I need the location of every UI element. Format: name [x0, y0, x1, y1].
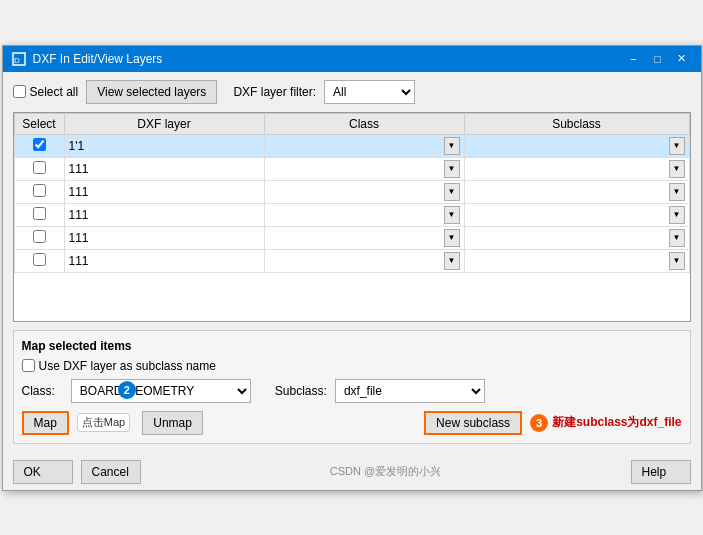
table-row: 111 ▼ ▼	[14, 157, 689, 180]
row-class-cell: ▼	[264, 226, 464, 249]
row-checkbox[interactable]	[33, 230, 46, 243]
toolbar: Select all View selected layers DXF laye…	[13, 80, 691, 104]
row-checkbox[interactable]	[33, 253, 46, 266]
row-subclass-cell: ▼	[464, 249, 689, 272]
subclass-dropdown-arrow[interactable]: ▼	[669, 183, 685, 201]
row-select-cell	[14, 226, 64, 249]
subclass-dropdown-arrow[interactable]: ▼	[669, 160, 685, 178]
row-class-cell: ▼	[264, 157, 464, 180]
row-select-cell	[14, 249, 64, 272]
class-dropdown-arrow[interactable]: ▼	[444, 137, 460, 155]
map-section-title: Map selected items	[22, 339, 682, 353]
row-checkbox[interactable]	[33, 184, 46, 197]
titlebar-left: D DXF In Edit/View Layers	[11, 51, 163, 67]
map-section: Map selected items Use DXF layer as subc…	[13, 330, 691, 444]
svg-text:D: D	[14, 56, 20, 65]
subclass-dropdown-arrow[interactable]: ▼	[669, 252, 685, 270]
main-window: D DXF In Edit/View Layers − □ ✕ Select a…	[2, 45, 702, 491]
footer: OK Cancel CSDN @爱发明的小兴 Help	[3, 452, 701, 490]
row-checkbox[interactable]	[33, 161, 46, 174]
row-dxf-cell: 1'1	[64, 134, 264, 157]
row-dxf-cell: 111	[64, 180, 264, 203]
new-subclass-annotation-container: 3 新建subclass为dxf_file	[530, 414, 681, 432]
header-dxf: DXF layer	[64, 113, 264, 134]
table-row: 111 ▼ ▼	[14, 180, 689, 203]
map-actions-row: Map 点击Map Unmap New subclass 3 新建subclas…	[22, 411, 682, 435]
use-dxf-row: Use DXF layer as subclass name	[22, 359, 682, 373]
table-row: 111 ▼ ▼	[14, 249, 689, 272]
class-dropdown-arrow[interactable]: ▼	[444, 160, 460, 178]
unmap-button[interactable]: Unmap	[142, 411, 203, 435]
watermark: CSDN @爱发明的小兴	[330, 464, 441, 479]
badge-3: 3	[530, 414, 548, 432]
row-select-cell	[14, 180, 64, 203]
maximize-button[interactable]: □	[647, 50, 669, 68]
select-all-checkbox-label[interactable]: Select all	[13, 85, 79, 99]
filter-select[interactable]: All Selected Unselected	[324, 80, 415, 104]
class-dropdown-arrow[interactable]: ▼	[444, 206, 460, 224]
row-checkbox[interactable]	[33, 207, 46, 220]
subclass-select[interactable]: dxf_file TOP BOTTOM ALL	[335, 379, 485, 403]
ok-button[interactable]: OK	[13, 460, 73, 484]
titlebar: D DXF In Edit/View Layers − □ ✕	[3, 46, 701, 72]
layer-table: Select DXF layer Class Subclass 1'1	[14, 113, 690, 273]
table-row: 111 ▼ ▼	[14, 203, 689, 226]
view-selected-button[interactable]: View selected layers	[86, 80, 217, 104]
header-select: Select	[14, 113, 64, 134]
select-all-label: Select all	[30, 85, 79, 99]
row-dxf-cell: 111	[64, 157, 264, 180]
cancel-button[interactable]: Cancel	[81, 460, 141, 484]
header-subclass: Subclass	[464, 113, 689, 134]
help-button[interactable]: Help	[631, 460, 691, 484]
row-select-cell	[14, 203, 64, 226]
watermark-text: CSDN @爱发明的小兴	[330, 465, 441, 477]
app-icon: D	[11, 51, 27, 67]
row-dxf-cell: 111	[64, 203, 264, 226]
class-dropdown-arrow[interactable]: ▼	[444, 229, 460, 247]
titlebar-controls: − □ ✕	[623, 50, 693, 68]
filter-label: DXF layer filter:	[233, 85, 316, 99]
subclass-dropdown-arrow[interactable]: ▼	[669, 137, 685, 155]
row-dxf-cell: 111	[64, 249, 264, 272]
row-dxf-cell: 111	[64, 226, 264, 249]
badge-2: 2	[118, 381, 136, 399]
main-content: Select all View selected layers DXF laye…	[3, 72, 701, 452]
class-dropdown-arrow[interactable]: ▼	[444, 183, 460, 201]
table-row: 111 ▼ ▼	[14, 226, 689, 249]
use-dxf-checkbox[interactable]	[22, 359, 35, 372]
close-button[interactable]: ✕	[671, 50, 693, 68]
select-all-checkbox[interactable]	[13, 85, 26, 98]
row-subclass-cell: ▼	[464, 226, 689, 249]
row-class-cell: ▼	[264, 249, 464, 272]
use-dxf-label[interactable]: Use DXF layer as subclass name	[22, 359, 216, 373]
new-subclass-annotation: 新建subclass为dxf_file	[552, 414, 681, 431]
class-label: Class:	[22, 384, 55, 398]
table-header-row: Select DXF layer Class Subclass	[14, 113, 689, 134]
subclass-dropdown-arrow[interactable]: ▼	[669, 229, 685, 247]
subclass-cell-content: ▼	[469, 137, 685, 155]
row-subclass-cell: ▼	[464, 134, 689, 157]
row-subclass-cell: ▼	[464, 180, 689, 203]
row-class-cell: ▼	[264, 203, 464, 226]
class-select[interactable]: BOARD GEOMETRY ETCH BOARD OUTLINE VIA CL…	[71, 379, 251, 403]
row-select-cell	[14, 157, 64, 180]
window-title: DXF In Edit/View Layers	[33, 52, 163, 66]
subclass-dropdown-arrow[interactable]: ▼	[669, 206, 685, 224]
minimize-button[interactable]: −	[623, 50, 645, 68]
class-cell-content: ▼	[269, 137, 460, 155]
row-class-cell: ▼	[264, 134, 464, 157]
map-annotation: 点击Map	[77, 413, 130, 432]
layer-table-container: Select DXF layer Class Subclass 1'1	[13, 112, 691, 322]
header-class: Class	[264, 113, 464, 134]
row-subclass-cell: ▼	[464, 157, 689, 180]
use-dxf-text: Use DXF layer as subclass name	[39, 359, 216, 373]
row-checkbox[interactable]	[33, 138, 46, 151]
footer-buttons: OK Cancel	[13, 460, 141, 484]
row-class-cell: ▼	[264, 180, 464, 203]
row-subclass-cell: ▼	[464, 203, 689, 226]
row-select-cell	[14, 134, 64, 157]
class-dropdown-arrow[interactable]: ▼	[444, 252, 460, 270]
class-subclass-row: Class: 2 BOARD GEOMETRY ETCH BOARD OUTLI…	[22, 379, 682, 403]
map-button[interactable]: Map	[22, 411, 69, 435]
new-subclass-button[interactable]: New subclass	[424, 411, 522, 435]
